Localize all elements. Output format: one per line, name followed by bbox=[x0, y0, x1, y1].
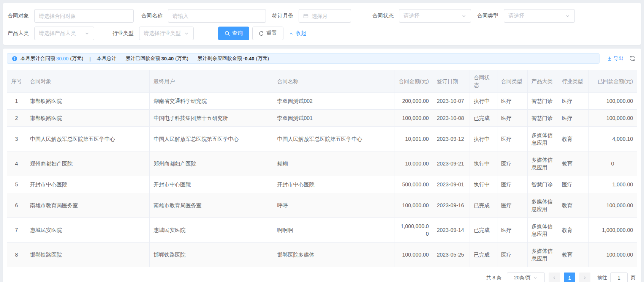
contract-name-input[interactable] bbox=[172, 13, 261, 19]
cell-contract_amount: 100,000.00 bbox=[394, 110, 433, 127]
cell-contract_party: 郑州商都妇产医院 bbox=[26, 151, 150, 176]
cell-product_category: 多媒体信息应用 bbox=[527, 243, 558, 267]
goto-label: 前往 bbox=[597, 274, 607, 281]
cell-product_category: 多媒体信息应用 bbox=[527, 193, 558, 218]
filter-contract-status-label: 合同状态 bbox=[372, 13, 394, 19]
cell-contract_status: 执行中 bbox=[470, 93, 497, 110]
table-row: 7惠城民安医院惠城民安医院啊啊啊1,000,000.002023-09-14已完… bbox=[7, 218, 637, 243]
collapse-link-label: 收起 bbox=[296, 30, 306, 37]
cell-received_amount: 4,000.10 bbox=[588, 127, 637, 151]
sign-month-input[interactable] bbox=[312, 13, 347, 19]
cell-end_user: 惠城民安医院 bbox=[150, 218, 273, 243]
product-category-placeholder: 请选择产品大类 bbox=[39, 30, 82, 37]
cell-received_amount: 100,000.00 bbox=[588, 193, 637, 218]
next-page-button[interactable] bbox=[579, 273, 590, 282]
cell-contract_amount: 10,000.00 bbox=[394, 151, 433, 176]
cell-contract_name: 糊糊 bbox=[273, 151, 394, 176]
search-button-label: 查询 bbox=[232, 30, 243, 37]
chevron-down-icon bbox=[184, 31, 189, 36]
filter-product-category-select[interactable]: 请选择产品大类 bbox=[34, 27, 94, 40]
info-circle-icon bbox=[12, 56, 17, 61]
contracts-table: 序号合同对象最终用户合同名称合同金额(元)签订日期合同状态合同类型产品大类行业类… bbox=[7, 70, 637, 267]
cell-product_category: 多媒体信息应用 bbox=[527, 218, 558, 243]
filter-product-category-label: 产品大类 bbox=[8, 30, 29, 37]
cell-product_category: 多媒体信息应用 bbox=[527, 127, 558, 151]
reset-button[interactable]: 重置 bbox=[252, 27, 283, 40]
received-total-value: 30.40 bbox=[161, 56, 174, 61]
export-button-label: 导出 bbox=[614, 55, 623, 62]
cell-end_user: 郑州商都妇产医院 bbox=[150, 151, 273, 176]
filter-contract-name-input[interactable] bbox=[168, 9, 266, 23]
summary-row: 本月累计合同额 30.00 (万元) | 本月总计 累计已回款金额 30.40 … bbox=[7, 53, 637, 64]
prev-page-button[interactable] bbox=[549, 273, 560, 282]
cell-index: 1 bbox=[7, 93, 26, 110]
cell-contract_status: 已完成 bbox=[470, 110, 497, 127]
table-row: 2邯郸铁路医院中国电子科技集团第十五研究所李双园测试001100,000.002… bbox=[7, 110, 637, 127]
cell-contract_type: 医疗 bbox=[497, 193, 527, 218]
chevron-left-icon bbox=[552, 276, 557, 280]
cell-product_category: 智慧门诊 bbox=[527, 110, 558, 127]
reset-button-label: 重置 bbox=[266, 30, 277, 37]
filter-contract-party-input[interactable] bbox=[34, 9, 134, 23]
filter-panel: 合同对象 合同名称 签订月份 bbox=[3, 3, 641, 45]
cell-contract_party: 惠城民安医院 bbox=[26, 218, 150, 243]
chevron-down-icon bbox=[565, 13, 570, 19]
cell-index: 3 bbox=[7, 127, 26, 151]
cell-received_amount: 100,000.00 bbox=[588, 93, 637, 110]
cell-sign_date: 2023-09-14 bbox=[433, 218, 470, 243]
cell-contract_type: 医疗 bbox=[497, 127, 527, 151]
filter-contract-status-select[interactable]: 请选择 bbox=[399, 9, 471, 23]
cell-contract_type: 医疗 bbox=[497, 151, 527, 176]
column-header-product_category: 产品大类 bbox=[527, 70, 558, 93]
cell-contract_amount: 100,000.00 bbox=[394, 193, 433, 218]
search-button[interactable]: 查询 bbox=[218, 27, 249, 40]
filter-row-2: 产品大类 请选择产品大类 行业类型 请选择行业类型 bbox=[8, 27, 636, 40]
contract-type-placeholder: 请选择 bbox=[508, 13, 563, 19]
cell-end_user: 中国电子科技集团第十五研究所 bbox=[150, 110, 273, 127]
export-button[interactable]: 导出 bbox=[607, 55, 623, 62]
month-contract-amount-label: 本月累计合同额 bbox=[21, 55, 55, 62]
page-number-1[interactable]: 1 bbox=[564, 273, 575, 282]
table-row: 8邯郸铁路医院邯郸铁路医院邯郸医院多媒体100,000.002023-05-25… bbox=[7, 243, 637, 267]
cell-sign_date: 2023-09-01 bbox=[433, 176, 470, 193]
table-head: 序号合同对象最终用户合同名称合同金额(元)签订日期合同状态合同类型产品大类行业类… bbox=[7, 70, 637, 93]
cell-sign_date: 2023-09-16 bbox=[433, 193, 470, 218]
cell-received_amount: 100,000.00 bbox=[588, 243, 637, 267]
filter-contract-type-label: 合同类型 bbox=[477, 13, 498, 19]
table-header-row: 序号合同对象最终用户合同名称合同金额(元)签订日期合同状态合同类型产品大类行业类… bbox=[7, 70, 637, 93]
received-total-unit: (万元) bbox=[175, 55, 188, 62]
cell-sign_date: 2023-09-12 bbox=[433, 127, 470, 151]
cell-contract_type: 医疗 bbox=[497, 176, 527, 193]
column-header-contract_type: 合同类型 bbox=[497, 70, 527, 93]
cell-contract_status: 已完成 bbox=[470, 243, 497, 267]
filter-contract-party-label: 合同对象 bbox=[8, 13, 29, 19]
refresh-button[interactable] bbox=[630, 55, 636, 61]
filter-sign-month-label: 签订月份 bbox=[272, 13, 293, 19]
column-header-industry_type: 行业类型 bbox=[558, 70, 588, 93]
table-row: 1邯郸铁路医院湖南省交通科学研究院李双园测试002200,000.002023-… bbox=[7, 93, 637, 110]
table-row: 6南雄市教育局医务室南雄市教育局医务室呼呼100,000.002023-09-1… bbox=[7, 193, 637, 218]
cell-end_user: 开封市中心医院 bbox=[150, 176, 273, 193]
cell-industry_type: 教育 bbox=[558, 218, 588, 243]
cell-contract_type: 医疗 bbox=[497, 93, 527, 110]
filter-industry-type-select[interactable]: 请选择行业类型 bbox=[139, 27, 194, 40]
filter-sign-month-picker[interactable] bbox=[299, 9, 351, 23]
table-row: 4郑州商都妇产医院郑州商都妇产医院糊糊10,000.002023-09-21执行… bbox=[7, 151, 637, 176]
cell-contract_status: 已完成 bbox=[470, 193, 497, 218]
cell-contract_name: 李双园测试002 bbox=[273, 93, 394, 110]
cell-contract_amount: 10,001.00 bbox=[394, 127, 433, 151]
column-header-contract_party: 合同对象 bbox=[26, 70, 150, 93]
page-size-select[interactable]: 20条/页 bbox=[507, 273, 545, 282]
table-row: 3中国人民解放军总医院第五医学中心中国人民解放军总医院第五医学中心中国人民解放军… bbox=[7, 127, 637, 151]
cell-product_category: 多媒体信息应用 bbox=[527, 151, 558, 176]
summary-divider: | bbox=[89, 56, 90, 61]
cell-sign_date: 2023-05-25 bbox=[433, 243, 470, 267]
cell-contract_status: 执行中 bbox=[470, 176, 497, 193]
remaining-total-value: -0.40 bbox=[243, 56, 255, 61]
contract-party-input[interactable] bbox=[39, 13, 129, 19]
filter-contract-type-select[interactable]: 请选择 bbox=[504, 9, 575, 23]
collapse-link[interactable]: 收起 bbox=[289, 30, 306, 37]
goto-page-input[interactable] bbox=[610, 273, 628, 282]
column-header-contract_amount: 合同金额(元) bbox=[394, 70, 433, 93]
cell-contract_party: 邯郸铁路医院 bbox=[26, 110, 150, 127]
